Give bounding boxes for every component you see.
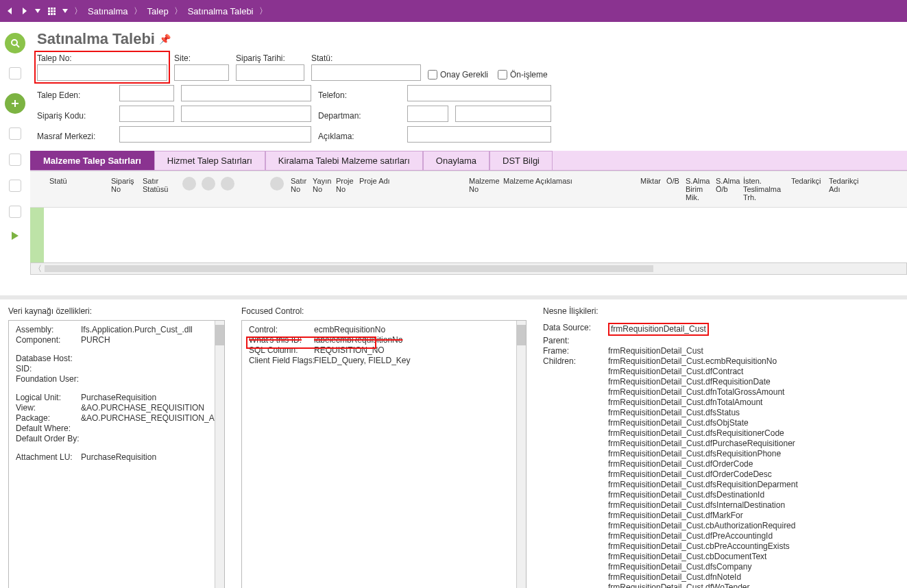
p1-defwhere-label: Default Where:	[16, 424, 81, 434]
col-circle-1[interactable]	[182, 177, 196, 191]
col-salma-ob[interactable]: S.Alma Ö/b	[712, 175, 739, 203]
panel1-scrollbar[interactable]	[215, 321, 224, 588]
p3-child-item: frmRequisitionDetail_Cust.dfRequisitionD…	[608, 377, 899, 387]
grid-body[interactable]	[30, 208, 907, 262]
panel2-title: Focused Control:	[241, 306, 527, 316]
p3-child-item: frmRequisitionDetail_Cust.dfPurchaseRequ…	[608, 439, 899, 449]
siparis-tarihi-label: Sipariş Tarihi:	[236, 53, 304, 63]
aciklama-input[interactable]	[407, 126, 551, 143]
on-isleme-checkbox[interactable]: Ön-işleme	[498, 70, 548, 79]
col-salma-birim[interactable]: S.Alma Birim Mik.	[681, 175, 712, 203]
sidebar-icon-5[interactable]	[9, 206, 21, 218]
sidebar-icon-3[interactable]	[9, 154, 21, 166]
form-area: Talep No: Site: Sipariş Tarihi: Statü: O…	[30, 51, 907, 151]
col-malzeme-no[interactable]: Malzeme No	[465, 175, 499, 203]
sidebar-icon-4[interactable]	[9, 180, 21, 192]
sidebar-icon-1[interactable]	[9, 67, 21, 79]
p1-package-label: Package:	[16, 413, 81, 424]
sidebar-expand-icon[interactable]	[12, 232, 19, 240]
p2-sqlcol-value: REQUISITION_NO	[314, 345, 519, 356]
site-input[interactable]	[174, 64, 229, 81]
col-circle-2[interactable]	[202, 177, 215, 191]
col-teslimalma-trh[interactable]: İsten. Teslimalma Trh.	[739, 175, 787, 203]
col-circle-3[interactable]	[221, 177, 234, 191]
col-miktar[interactable]: Miktar	[636, 175, 662, 203]
col-statu[interactable]: Statü	[45, 175, 107, 203]
p3-child-item: frmRequisitionDetail_Cust.dfsObjState	[608, 418, 899, 428]
p3-children-list: frmRequisitionDetail_Cust.ecmbRequisitio…	[608, 356, 899, 588]
siparis-kodu-desc-input[interactable]	[181, 106, 311, 122]
panel-datasource-props: Veri kaynağı özellikleri: Assembly: Ifs.…	[0, 299, 233, 588]
nav-dropdown-icon[interactable]	[32, 5, 44, 17]
tab-malzeme-talep[interactable]: Malzeme Talep Satırları	[30, 151, 154, 170]
col-ob[interactable]: Ö/B	[662, 175, 681, 203]
col-proje-adi[interactable]: Proje Adı	[355, 175, 465, 203]
p2-control-value: ecmbRequisitionNo	[314, 325, 519, 335]
masraf-merkezi-input[interactable]	[119, 126, 311, 143]
add-button[interactable]	[5, 93, 25, 114]
p2-flags-value: FIELD_Query, FIELD_Key	[314, 356, 519, 366]
p1-defwhere-value	[81, 424, 222, 434]
masraf-merkezi-label: Masraf Merkezi:	[37, 132, 112, 141]
panel-object-relations: Nesne İlişkileri: Data Source: frmRequis…	[535, 299, 907, 588]
app-grid-icon[interactable]	[45, 5, 58, 17]
p3-child-item: frmRequisitionDetail_Cust.dfContract	[608, 367, 899, 377]
col-proje-no[interactable]: Proje No	[332, 175, 355, 203]
p2-whatsthis-value: labelecmbRequisitionNo	[314, 335, 519, 345]
col-siparis-no[interactable]: Sipariş No	[107, 175, 138, 203]
col-yayin-no[interactable]: Yayın No	[309, 175, 332, 203]
talep-eden-name-input[interactable]	[181, 85, 311, 101]
panel2-scrollbar[interactable]	[516, 321, 526, 588]
departman-desc-input[interactable]	[455, 106, 551, 122]
grid-hscroll[interactable]: 〈	[30, 262, 907, 275]
p1-attlu-label: Attachment LU:	[16, 452, 81, 463]
tab-onaylama[interactable]: Onaylama	[423, 151, 489, 170]
p3-parent-value	[608, 336, 899, 346]
onay-gerekli-checkbox[interactable]: Onay Gerekli	[428, 70, 488, 79]
siparis-kodu-code-input[interactable]	[119, 106, 174, 122]
p3-child-item: frmRequisitionDetail_Cust.ecmbRequisitio…	[608, 356, 899, 367]
p1-sid-label: SID:	[16, 364, 81, 374]
p3-child-item: frmRequisitionDetail_Cust.cbDocumentText	[608, 552, 899, 562]
breadcrumb-sep: 〉	[173, 5, 184, 17]
siparis-tarihi-input[interactable]	[236, 64, 304, 81]
p3-children-label: Children:	[543, 356, 608, 588]
talep-eden-label: Talep Eden:	[37, 90, 112, 100]
breadcrumb-3[interactable]: Satınalma Talebi	[185, 6, 256, 16]
talep-eden-code-input[interactable]	[119, 85, 174, 101]
p3-child-item: frmRequisitionDetail_Cust.cbAuthorizatio…	[608, 521, 899, 531]
svg-line-5	[16, 45, 19, 47]
p3-child-item: frmRequisitionDetail_Cust.dfsRequisition…	[608, 449, 899, 459]
nav-forward-icon[interactable]	[18, 5, 30, 17]
app-grid-dropdown-icon[interactable]	[59, 5, 71, 17]
grid-header: Statü Sipariş No Satır Statüsü Satır No …	[30, 171, 907, 208]
departman-code-input[interactable]	[407, 106, 448, 122]
page-title: Satınalma Talebi	[37, 30, 155, 48]
talep-no-input[interactable]	[37, 64, 167, 81]
tab-dst-bilgi[interactable]: DST Bilgi	[489, 151, 553, 170]
p1-assembly-label: Assembly:	[16, 325, 81, 335]
col-tedarikci[interactable]: Tedarikçi	[787, 175, 825, 203]
sidebar-icon-2[interactable]	[9, 127, 21, 140]
telefon-input[interactable]	[407, 85, 551, 101]
col-malzeme-aciklamasi[interactable]: Malzeme Açıklaması	[499, 175, 636, 203]
breadcrumb-1[interactable]: Satınalma	[85, 6, 131, 16]
grid-row-marker	[30, 208, 44, 262]
col-satir-no[interactable]: Satır No	[287, 175, 309, 203]
p1-deforder-value	[81, 434, 222, 444]
search-button[interactable]	[5, 33, 25, 53]
tab-kiralama-talebi[interactable]: Kiralama Talebi Malzeme satırları	[265, 151, 423, 170]
page-title-bar: Satınalma Talebi 📌	[30, 26, 907, 51]
statu-input[interactable]	[311, 64, 421, 81]
col-tedarikci-adi[interactable]: Tedarikçi Adı	[825, 175, 862, 203]
p1-deforder-label: Default Order By:	[16, 434, 81, 444]
nav-back-icon[interactable]	[4, 5, 16, 17]
p1-assembly-value: Ifs.Application.Purch_Cust_.dll	[81, 325, 222, 335]
tab-hizmet-talep[interactable]: Hizmet Talep Satırları	[154, 151, 265, 170]
debug-panels: Veri kaynağı özellikleri: Assembly: Ifs.…	[0, 295, 907, 588]
col-satir-statusu[interactable]: Satır Statüsü	[138, 175, 180, 203]
pin-icon[interactable]: 📌	[159, 34, 171, 45]
breadcrumb-2[interactable]: Talep	[145, 6, 171, 16]
p3-child-item: frmRequisitionDetail_Cust.dfsRequisition…	[608, 428, 899, 439]
col-circle-4[interactable]	[270, 177, 284, 191]
